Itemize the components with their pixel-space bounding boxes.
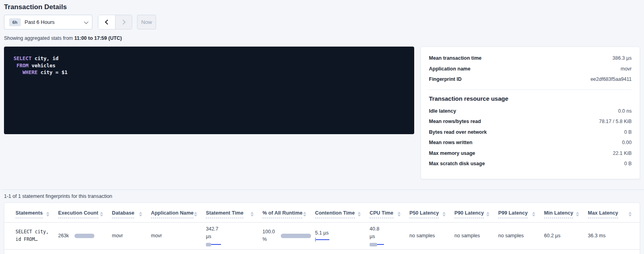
resource-value: 0.0 ns	[618, 108, 632, 114]
sort-icon[interactable]	[576, 212, 579, 217]
stats-prefix: Showing aggregated stats from	[4, 35, 74, 41]
resource-row: Max scratch disk usage 0 B	[429, 158, 632, 169]
resource-row: Bytes read over network 0 B	[429, 127, 632, 138]
top-content-row: SELECT city, id FROM vehicles WHERE city…	[4, 47, 640, 179]
cell-execution-count: 263k	[58, 222, 112, 249]
resource-value: 22.1 KiB	[613, 150, 632, 156]
resource-row: Mean rows written 0.00	[429, 137, 632, 148]
fingerprints-caption: 1-1 of 1 statement fingerprints for this…	[4, 193, 640, 199]
chevron-down-icon	[84, 19, 88, 23]
execution-count-bar	[74, 234, 94, 238]
resource-usage-heading: Transaction resource usage	[429, 95, 632, 102]
pct-runtime-bar	[281, 234, 311, 238]
cell-contention-time: 5.1 µs	[315, 222, 370, 249]
summary-label: Fingerprint ID	[429, 76, 462, 82]
cell-cpu-time: 40.8 µs	[370, 222, 409, 249]
sort-icon[interactable]	[442, 212, 446, 217]
col-header-p99-latency[interactable]: P99 Latency	[498, 203, 544, 223]
resource-row: Max memory usage 22.1 KiB	[429, 148, 632, 159]
cell-application-name: movr	[151, 222, 206, 249]
resource-label: Max scratch disk usage	[429, 161, 485, 166]
cell-p99-latency: no samples	[498, 222, 544, 249]
cell-database: movr	[112, 222, 151, 249]
resource-value: 78.17 / 5.8 KiB	[599, 119, 632, 124]
col-header-execution-count[interactable]: Execution Count	[58, 203, 112, 223]
sort-icon[interactable]	[46, 212, 49, 217]
statement-link[interactable]: SELECT city, id FROM…	[16, 228, 49, 243]
time-range-select[interactable]: 6h Past 6 Hours	[4, 15, 92, 29]
summary-label: Mean transaction time	[429, 55, 482, 61]
resource-label: Mean rows/bytes read	[429, 119, 481, 124]
time-range-label: Past 6 Hours	[25, 19, 84, 25]
cell-min-latency: 60.2 µs	[544, 222, 588, 249]
time-controls: 6h Past 6 Hours Now	[4, 15, 640, 29]
summary-label: Application name	[429, 66, 470, 72]
section-divider	[1, 190, 644, 190]
sort-icon[interactable]	[194, 212, 197, 217]
sort-icon[interactable]	[303, 212, 306, 217]
stats-range: 11:00 to 17:59 (UTC)	[74, 35, 122, 41]
sort-icon[interactable]	[100, 212, 103, 217]
summary-row: Application name movr	[429, 64, 632, 74]
transaction-summary-card: Mean transaction time 386.3 µs Applicati…	[421, 47, 640, 179]
transaction-details-page: Transaction Details 6h Past 6 Hours Now …	[0, 0, 644, 254]
sort-icon[interactable]	[358, 212, 361, 217]
time-step-buttons	[98, 15, 132, 29]
col-header-statement-time[interactable]: Statement Time	[206, 203, 262, 223]
resource-label: Max memory usage	[429, 150, 475, 156]
summary-value: 386.3 µs	[613, 55, 632, 61]
cell-statement: SELECT city, id FROM…	[4, 222, 58, 249]
cpu-time-bar	[370, 242, 386, 246]
col-header-cpu-time[interactable]: CPU Time	[370, 203, 409, 223]
resource-value: 0 B	[624, 129, 632, 135]
sort-icon[interactable]	[628, 212, 632, 217]
cell-p90-latency: no samples	[454, 222, 498, 249]
col-header-statements[interactable]: Statements	[4, 203, 58, 223]
summary-row: Mean transaction time 386.3 µs	[429, 53, 632, 64]
now-button[interactable]: Now	[137, 15, 156, 29]
cell-p50-latency: no samples	[409, 222, 454, 249]
sort-icon[interactable]	[251, 212, 254, 217]
resource-label: Idle latency	[429, 108, 456, 114]
summary-row: Fingerprint ID ee2df683f5aa9411	[429, 74, 632, 85]
statements-table: Statements Execution Count Database Appl…	[4, 203, 640, 250]
cell-statement-time: 342.7 µs	[206, 222, 262, 249]
statement-time-bar	[206, 242, 226, 246]
summary-value: movr	[621, 66, 632, 72]
sql-statement-box: SELECT city, id FROM vehicles WHERE city…	[4, 47, 414, 134]
col-header-max-latency[interactable]: Max Latency	[588, 203, 640, 223]
table-header-row: Statements Execution Count Database Appl…	[4, 203, 640, 223]
col-header-application-name[interactable]: Application Name	[151, 203, 206, 223]
resource-label: Mean rows written	[429, 140, 472, 145]
col-header-p90-latency[interactable]: P90 Latency	[454, 203, 498, 223]
sort-icon[interactable]	[139, 212, 142, 217]
contention-time-bar	[315, 238, 331, 242]
sort-icon[interactable]	[397, 212, 401, 217]
col-header-pct-runtime[interactable]: % of All Runtime	[262, 203, 315, 223]
chevron-left-icon	[105, 20, 110, 25]
prev-time-button[interactable]	[98, 15, 115, 29]
next-time-button[interactable]	[115, 15, 132, 29]
summary-value: ee2df683f5aa9411	[591, 76, 632, 82]
col-header-database[interactable]: Database	[112, 203, 151, 223]
resource-row: Idle latency 0.0 ns	[429, 106, 632, 117]
cell-pct-runtime: 100.0 %	[262, 222, 315, 249]
sort-icon[interactable]	[486, 212, 489, 217]
col-header-contention-time[interactable]: Contention Time	[315, 203, 370, 223]
time-range-badge: 6h	[9, 18, 21, 26]
page-title: Transaction Details	[4, 3, 640, 11]
sort-icon[interactable]	[532, 212, 535, 217]
resource-value: 0 B	[624, 161, 632, 166]
statement-row: SELECT city, id FROM… 263k movr movr 342…	[4, 222, 640, 249]
sql-statement-text: SELECT city, id FROM vehicles WHERE city…	[14, 55, 405, 76]
chevron-right-icon	[121, 20, 126, 25]
resource-label: Bytes read over network	[429, 129, 487, 135]
col-header-min-latency[interactable]: Min Latency	[544, 203, 588, 223]
col-header-p50-latency[interactable]: P50 Latency	[409, 203, 454, 223]
statements-table-card: Statements Execution Count Database Appl…	[4, 203, 640, 254]
aggregated-stats-caption: Showing aggregated stats from 11:00 to 1…	[4, 35, 640, 41]
cell-max-latency: 36.3 ms	[588, 222, 640, 249]
summary-divider	[429, 90, 632, 90]
resource-row: Mean rows/bytes read 78.17 / 5.8 KiB	[429, 116, 632, 127]
resource-value: 0.00	[622, 140, 632, 145]
